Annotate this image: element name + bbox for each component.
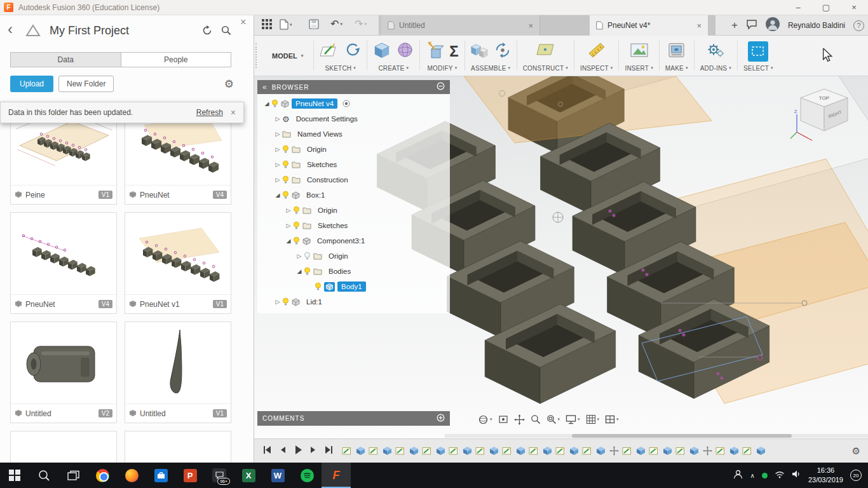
timeline-extrude-icon[interactable]	[595, 445, 606, 456]
taskbar-task-view-icon[interactable]	[58, 463, 88, 488]
timeline-sketch-icon[interactable]	[369, 445, 379, 456]
create-sketch-icon[interactable]	[320, 41, 339, 62]
visibility-bulb-icon[interactable]	[282, 160, 289, 169]
taskbar-start-icon[interactable]	[0, 463, 29, 488]
project-geometry-icon[interactable]	[344, 42, 361, 61]
document-tab-pneunet-v4[interactable]: PneuNet v4* ×	[590, 15, 708, 36]
tree-collapsed-arrow-icon[interactable]: ▷	[273, 146, 282, 152]
user-name[interactable]: Reynaldo Baldini	[788, 21, 845, 30]
visibility-bulb-icon[interactable]	[293, 206, 300, 215]
tree-expanded-arrow-icon[interactable]: ◢	[295, 268, 304, 274]
timeline-skip-end-icon[interactable]	[324, 445, 333, 457]
clock[interactable]: 16:36 23/03/2019	[808, 466, 843, 485]
tree-collapsed-arrow-icon[interactable]: ▷	[273, 116, 282, 122]
visibility-bulb-icon[interactable]	[293, 221, 300, 230]
visibility-bulb-icon[interactable]	[271, 99, 278, 108]
timeline-extrude-icon[interactable]	[462, 445, 473, 456]
browser-tree-item[interactable]: ▷Lid:1	[257, 294, 450, 309]
data-panel-toggle-icon[interactable]	[262, 19, 272, 29]
timeline-play-icon[interactable]	[294, 445, 302, 458]
new-document-button[interactable]: +	[731, 19, 738, 32]
pan-icon[interactable]	[514, 414, 525, 425]
visibility-bulb-icon[interactable]	[282, 175, 289, 184]
timeline-skip-start-icon[interactable]	[263, 445, 272, 457]
insert-image-icon[interactable]	[630, 43, 648, 60]
taskbar-fusion-icon[interactable]: F	[322, 463, 351, 488]
timeline-move-icon[interactable]	[702, 445, 713, 456]
timeline-extrude-icon[interactable]	[635, 445, 646, 456]
view-cube[interactable]: TOP RIGHT Z	[789, 81, 859, 154]
visibility-bulb-icon[interactable]	[282, 191, 289, 200]
browser-tree-item[interactable]: ◢Component3:1	[257, 233, 450, 248]
browser-tree-item[interactable]: ◢PneuNet v4	[257, 96, 450, 111]
3d-print-icon[interactable]	[668, 42, 685, 61]
tree-collapsed-arrow-icon[interactable]: ▷	[273, 161, 282, 168]
visibility-bulb-icon[interactable]	[304, 267, 311, 276]
collapse-browser-icon[interactable]: «	[262, 83, 267, 92]
visibility-bulb-icon[interactable]	[315, 282, 322, 291]
taskbar-store-icon[interactable]	[146, 463, 175, 488]
browser-tree-item[interactable]: ▷Sketches	[257, 157, 450, 172]
taskbar-chrome-icon[interactable]	[88, 463, 117, 488]
taskbar-messages-icon[interactable]: 96+	[205, 463, 234, 488]
timeline-extrude-icon[interactable]	[662, 445, 673, 456]
tree-collapsed-arrow-icon[interactable]: ▷	[284, 222, 293, 229]
help-icon[interactable]: ?	[853, 20, 864, 31]
timeline-extrude-icon[interactable]	[355, 445, 366, 456]
save-icon[interactable]	[309, 19, 319, 29]
timeline-extrude-icon[interactable]	[756, 445, 766, 456]
minimize-button[interactable]: –	[784, 0, 812, 15]
tab-close-icon[interactable]: ×	[528, 21, 533, 30]
project-card[interactable]: UntitledV2	[10, 322, 117, 423]
project-card[interactable]: PneuNetV4	[10, 212, 117, 314]
comments-bar[interactable]: COMMENTS	[257, 411, 450, 426]
timeline-sketch-icon[interactable]	[622, 445, 633, 456]
joint-icon[interactable]	[494, 42, 511, 61]
taskbar-powerpoint-icon[interactable]: P	[175, 463, 205, 488]
browser-tree-item[interactable]: ▷Sketches	[257, 218, 450, 233]
timeline-move-icon[interactable]	[609, 445, 620, 456]
timeline-sketch-icon[interactable]	[742, 445, 753, 456]
visibility-bulb-icon[interactable]	[293, 236, 300, 245]
create-solid-icon[interactable]	[373, 41, 391, 62]
timeline-sketch-icon[interactable]	[582, 445, 593, 456]
browser-tree-item[interactable]: ▷Origin	[257, 203, 450, 218]
timeline-extrude-icon[interactable]	[569, 445, 580, 456]
redo-icon[interactable]: ↷▾	[355, 19, 367, 29]
project-card[interactable]	[10, 431, 117, 463]
timeline-extrude-icon[interactable]	[489, 445, 499, 456]
viewport-horizontal-scrollbar[interactable]	[445, 434, 868, 438]
timeline-sketch-icon[interactable]	[422, 445, 433, 456]
zoom-icon[interactable]	[531, 414, 541, 424]
action-center-icon[interactable]: 20	[850, 470, 862, 481]
workspace-dropdown[interactable]: MODEL▾	[262, 36, 313, 76]
timeline-sketch-icon[interactable]	[449, 445, 459, 456]
search-icon[interactable]	[221, 25, 231, 38]
tree-collapsed-arrow-icon[interactable]: ▷	[273, 131, 282, 137]
browser-tree-item[interactable]: ◢Box:1	[257, 187, 450, 203]
timeline-extrude-icon[interactable]	[382, 445, 393, 456]
spotify-tray-icon[interactable]	[762, 473, 768, 478]
timeline-sketch-icon[interactable]	[502, 445, 513, 456]
add-comment-icon[interactable]	[437, 413, 445, 424]
press-pull-icon[interactable]	[426, 41, 444, 62]
timeline-extrude-icon[interactable]	[409, 445, 419, 456]
tree-collapsed-arrow-icon[interactable]: ▷	[273, 299, 282, 305]
grid-snap-icon[interactable]: ▾	[586, 414, 600, 424]
tab-people[interactable]: People	[121, 53, 231, 67]
timeline-extrude-icon[interactable]	[435, 445, 446, 456]
network-icon[interactable]	[775, 470, 785, 481]
timeline-step-back-icon[interactable]	[279, 445, 287, 457]
project-card[interactable]: PneuNet v1V1	[125, 212, 231, 314]
viewports-icon[interactable]: ▾	[605, 414, 619, 424]
visibility-bulb-icon[interactable]	[282, 297, 289, 306]
file-menu-icon[interactable]: ▾	[280, 19, 292, 30]
notification-close-icon[interactable]: ×	[231, 107, 236, 118]
timeline-step-forward-icon[interactable]	[309, 445, 317, 457]
avatar[interactable]	[766, 17, 780, 34]
browser-tree-item[interactable]: Body1	[257, 279, 450, 294]
volume-icon[interactable]	[792, 470, 801, 481]
timeline-extrude-icon[interactable]	[542, 445, 553, 456]
browser-tree-item[interactable]: ▷Origin	[257, 248, 450, 264]
maximize-button[interactable]: ▢	[812, 0, 840, 15]
